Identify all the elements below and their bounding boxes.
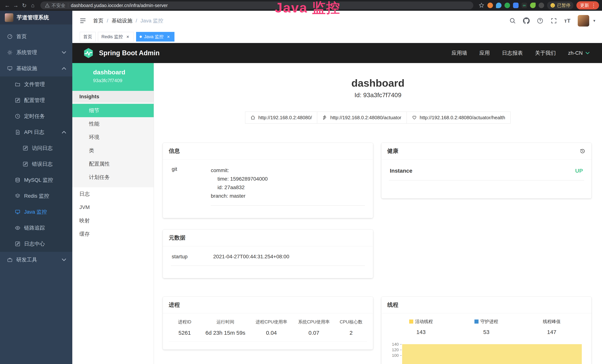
avatar-caret-icon[interactable]: ▾: [593, 18, 595, 23]
sidebar-item-access-logs[interactable]: 访问日志: [0, 140, 72, 156]
threads-chart: 140 120 100: [388, 342, 585, 358]
sba-item-environment[interactable]: 环境: [72, 130, 154, 144]
user-avatar[interactable]: [578, 15, 589, 27]
address-bar[interactable]: 不安全 dashboard.yudao.iocoder.cn/infra/adm…: [40, 1, 473, 9]
github-icon[interactable]: [523, 17, 530, 24]
sba-nav-journal[interactable]: 日志报表: [502, 50, 523, 57]
bookmark-star-icon[interactable]: [479, 2, 484, 8]
sidebar-item-api-logs[interactable]: API 日志: [0, 124, 72, 140]
font-size-icon[interactable]: тT: [564, 18, 571, 24]
service-url-link[interactable]: http://192.168.0.2:48080/: [245, 112, 317, 124]
sidebar-item-config-management[interactable]: 配置管理: [0, 92, 72, 108]
cards-grid: 信息 git commit: time: 1596289704000 id: 2…: [154, 124, 602, 364]
sidebar-item-home[interactable]: 首页: [0, 29, 72, 44]
not-secure-indicator[interactable]: 不安全: [45, 2, 65, 9]
search-icon[interactable]: [509, 17, 516, 24]
actuator-url-link[interactable]: http://192.168.0.2:48080/actuator: [317, 112, 407, 124]
instance-header[interactable]: dashboard 93a3fc7f7409: [72, 63, 154, 91]
sidebar-item-scheduled-tasks[interactable]: 定时任务: [0, 108, 72, 124]
sba-item-caches[interactable]: 缓存: [72, 227, 154, 241]
sidebar-item-java-monitor[interactable]: Java 监控: [0, 204, 72, 220]
extension-icon-1[interactable]: [487, 3, 493, 8]
sidebar-item-redis-monitor[interactable]: Redis 监控: [0, 188, 72, 204]
breadcrumb-infrastructure[interactable]: 基础设施: [112, 17, 132, 24]
browser-forward-icon[interactable]: →: [11, 2, 20, 9]
breadcrumb-current: Java 监控: [140, 17, 163, 24]
breadcrumb-separator: /: [136, 18, 137, 24]
sidebar-item-dev-tools[interactable]: 研发工具: [0, 252, 72, 268]
metadata-row: startup 2021-04-27T00:44:31.254+08:00: [171, 254, 365, 266]
heart-icon: [412, 115, 417, 120]
sidebar-item-system-management[interactable]: 系统管理: [0, 44, 72, 60]
process-card: 进程 进程ID 运行时间 进程CPU使用率 系统CPU使用率 CPU核心数 52…: [163, 297, 373, 350]
sidebar-item-file-management[interactable]: 文件管理: [0, 76, 72, 92]
app-logo-image: [5, 13, 13, 22]
extension-icon-2[interactable]: [496, 3, 502, 8]
history-icon[interactable]: [580, 148, 585, 154]
extension-icon-3[interactable]: [505, 3, 510, 8]
breadcrumb: 首页 / 基础设施 / Java 监控: [93, 17, 163, 24]
spring-boot-admin: Spring Boot Admin 应用墙 应用 日志报表 关于我们 zh-CN…: [72, 43, 602, 364]
browser-back-icon[interactable]: ←: [3, 2, 11, 9]
health-url-link[interactable]: http://192.168.0.2:48080/actuator/health: [407, 112, 511, 124]
sidebar-item-mysql-monitor[interactable]: MySQL 监控: [0, 172, 72, 188]
sidebar-item-error-logs[interactable]: 错误日志: [0, 156, 72, 172]
health-row: Instance UP: [389, 168, 584, 181]
chevron-up-icon: [61, 66, 67, 71]
sba-nav-applications[interactable]: 应用: [479, 50, 490, 57]
browser-refresh-icon[interactable]: ↻: [20, 2, 29, 9]
fullscreen-icon[interactable]: [550, 17, 557, 24]
tab-java-monitor[interactable]: Java 监控 ×: [136, 32, 174, 42]
extension-icon-6[interactable]: [530, 3, 536, 8]
toolbox-icon: [7, 257, 13, 263]
breadcrumb-home[interactable]: 首页: [93, 17, 103, 24]
update-button[interactable]: 更新 ⋮: [576, 1, 599, 10]
page-title: dashboard: [154, 77, 602, 89]
sidebar-item-infrastructure[interactable]: 基础设施: [0, 60, 72, 76]
close-icon[interactable]: ×: [125, 34, 130, 39]
sba-item-metrics[interactable]: 性能: [72, 117, 154, 130]
gear-icon: [7, 50, 13, 55]
info-value: commit: time: 1596289704000 id: 27aa832 …: [211, 166, 365, 206]
sba-item-classes[interactable]: 类: [72, 144, 154, 157]
monitor-icon: [15, 209, 20, 215]
sba-item-jvm[interactable]: JVM: [72, 201, 154, 214]
close-icon[interactable]: ×: [166, 34, 171, 39]
extension-icon-on[interactable]: on: [522, 3, 527, 8]
sidebar-item-log-center[interactable]: 日志中心: [0, 236, 72, 252]
info-card: 信息 git commit: time: 1596289704000 id: 2…: [163, 143, 373, 218]
sba-logo-icon[interactable]: [83, 47, 94, 59]
tab-redis-monitor[interactable]: Redis 监控 ×: [98, 32, 134, 42]
browser-home-icon[interactable]: ⌂: [29, 2, 37, 9]
app-logo[interactable]: 芋道管理系统: [0, 11, 72, 24]
sba-item-scheduled-tasks[interactable]: 计划任务: [72, 171, 154, 184]
metadata-card: 元数据 startup 2021-04-27T00:44:31.254+08:0…: [163, 230, 373, 278]
sba-nav-about[interactable]: 关于我们: [535, 50, 556, 57]
sba-item-config-props[interactable]: 配置属性: [72, 157, 154, 171]
instance-name: dashboard: [93, 69, 150, 76]
emoji-face-icon: [550, 3, 555, 8]
threads-card: 线程 活动线程 143: [381, 297, 592, 364]
sba-item-mappings[interactable]: 映射: [72, 214, 154, 227]
help-icon[interactable]: [537, 17, 543, 24]
tab-home[interactable]: 首页: [80, 32, 96, 42]
paused-badge[interactable]: 已暂停: [547, 1, 573, 9]
edit-icon: [15, 97, 20, 103]
database-icon: [15, 177, 20, 183]
extension-icon-7[interactable]: [538, 3, 544, 8]
sba-item-logs[interactable]: 日志: [72, 187, 154, 201]
log-icon: [15, 241, 20, 247]
sba-brand[interactable]: Spring Boot Admin: [99, 49, 160, 57]
sidebar-item-tracing[interactable]: 链路追踪: [0, 220, 72, 236]
log-icon: [23, 161, 28, 167]
annotation-text: Java 监控: [275, 0, 340, 15]
locale-selector[interactable]: zh-CN: [568, 50, 590, 56]
sba-nav-wallboard[interactable]: 应用墙: [452, 50, 467, 57]
extension-icon-4[interactable]: [513, 3, 519, 8]
instance-links: http://192.168.0.2:48080/ http://192.168…: [154, 112, 602, 124]
sba-item-details[interactable]: 细节: [72, 104, 154, 117]
breadcrumb-separator: /: [107, 18, 108, 24]
hamburger-icon[interactable]: [79, 17, 87, 25]
browser-menu-icon[interactable]: ⋮: [591, 3, 596, 8]
navbar-actions: тT ▾: [509, 15, 595, 27]
